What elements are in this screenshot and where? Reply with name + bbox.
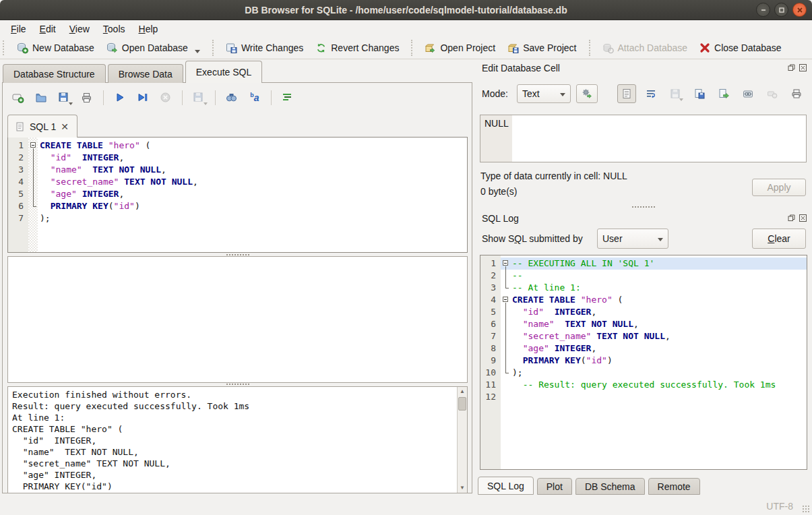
sql1-tab[interactable]: SQL 1 ✕ (7, 115, 77, 138)
code-line: 1-- EXECUTING ALL IN 'SQL 1' (480, 258, 807, 270)
sql-log-view[interactable]: 1-- EXECUTING ALL IN 'SQL 1'2--3-- At li… (480, 255, 807, 470)
menu-edit[interactable]: Edit (33, 22, 63, 36)
float-dock-icon[interactable] (787, 63, 795, 71)
format-sql-icon[interactable] (278, 88, 298, 107)
menu-view[interactable]: View (63, 22, 96, 36)
scroll-down-icon[interactable]: ▼ (458, 483, 467, 493)
print-cell-icon[interactable] (787, 84, 806, 103)
window-title: DB Browser for SQLite - /home/user/code/… (245, 5, 567, 16)
print-icon[interactable] (77, 88, 97, 107)
save-cell-icon[interactable] (666, 84, 685, 103)
maximize-icon[interactable] (774, 3, 788, 17)
save-sql-file-icon[interactable] (54, 88, 74, 107)
title-bar[interactable]: DB Browser for SQLite - /home/user/code/… (0, 0, 812, 20)
apply-mode-button[interactable] (576, 84, 598, 103)
dock-tab-sql-log[interactable]: SQL Log (478, 477, 534, 495)
code-line: 7); (8, 212, 467, 224)
filter-select-arrow-icon (658, 238, 663, 241)
sql-log-filter-select[interactable]: User (597, 229, 668, 249)
close-sql1-tab-icon[interactable]: ✕ (61, 121, 69, 132)
toolbar-separator (271, 90, 272, 105)
main-toolbar: New Database Open Database Write Changes… (0, 37, 812, 59)
execute-current-line-icon[interactable] (133, 88, 153, 107)
scroll-up-icon[interactable]: ▲ (458, 387, 467, 396)
find-icon[interactable] (222, 88, 242, 107)
new-database-button[interactable]: New Database (11, 40, 100, 57)
results-grid[interactable] (7, 256, 468, 383)
open-database-button[interactable]: Open Database (100, 40, 206, 57)
close-dock-icon[interactable] (799, 63, 807, 71)
save-cell-dropdown-icon (679, 98, 683, 101)
code-line: 3-- At line 1: (480, 282, 807, 294)
menu-file[interactable]: File (4, 22, 33, 36)
show-sql-label: Show SQL submitted by (482, 233, 583, 244)
scrollbar-thumb[interactable] (458, 397, 466, 411)
link-cell-icon[interactable] (739, 84, 757, 103)
code-line: 2-- (480, 270, 807, 282)
word-wrap-icon[interactable] (642, 84, 660, 103)
mode-select[interactable]: Text (517, 84, 571, 103)
close-database-button[interactable]: Close Database (693, 40, 788, 56)
revert-changes-button[interactable]: Revert Changes (309, 40, 405, 57)
dock-tab-plot[interactable]: Plot (537, 478, 572, 495)
open-sql-file-icon[interactable] (31, 88, 51, 107)
stop-icon[interactable] (156, 88, 176, 107)
find-replace-icon[interactable]: ba (245, 88, 265, 107)
dock-tab-db-schema[interactable]: DB Schema (575, 478, 645, 495)
text-mode-icon[interactable] (617, 84, 636, 103)
right-dock: Edit Database Cell Mode: Text (474, 59, 812, 494)
sql-log-dock-buttons (787, 214, 807, 222)
attach-database-button[interactable]: Attach Database (596, 40, 694, 57)
remove-cell-icon[interactable] (763, 84, 782, 103)
apply-button[interactable]: Apply (752, 179, 806, 196)
open-database-dropdown-icon[interactable] (195, 50, 200, 53)
revert-changes-icon (315, 42, 327, 54)
dock-splitter[interactable] (480, 205, 807, 209)
tab-execute-sql[interactable]: Execute SQL (185, 61, 263, 83)
close-dock-icon[interactable] (799, 214, 807, 222)
tab-database-structure[interactable]: Database Structure (3, 64, 106, 83)
execute-all-icon[interactable] (110, 88, 130, 107)
toolbar-drag-handle[interactable] (3, 40, 6, 55)
cell-type-label: Type of data currently in cell: NULL (480, 171, 627, 181)
save-results-icon[interactable] (189, 88, 209, 107)
encoding-indicator[interactable]: UTF-8 (766, 501, 793, 512)
open-project-button[interactable]: Open Project (418, 40, 501, 57)
sql-doc-tabbar: SQL 1 ✕ (7, 115, 77, 138)
menu-help[interactable]: Help (132, 22, 165, 36)
clear-button[interactable]: Clear (752, 229, 806, 249)
close-icon[interactable] (792, 3, 807, 17)
cell-editor-toolbar (617, 84, 806, 103)
cell-value-editor[interactable]: NULL (480, 115, 807, 162)
resize-grip[interactable] (802, 505, 810, 513)
export-cell-icon[interactable] (714, 84, 733, 103)
dock-tab-bar: SQL Log Plot DB Schema Remote (478, 477, 704, 495)
code-line: 8 "age" INTEGER, (480, 342, 807, 355)
new-sql-tab-icon[interactable] (8, 88, 28, 107)
sql-log-title: SQL Log (482, 213, 519, 224)
code-line: 12 (480, 391, 807, 403)
dock-tab-remote[interactable]: Remote (648, 478, 700, 495)
save-results-dropdown-icon[interactable] (204, 102, 208, 105)
minimize-icon[interactable] (756, 3, 770, 17)
toolbar-separator (103, 90, 104, 105)
save-project-button[interactable]: Save Project (501, 40, 582, 57)
save-sql-dropdown-icon[interactable] (69, 102, 73, 105)
code-line: 1CREATE TABLE "hero" ( (8, 140, 467, 152)
code-line: 2 "id" INTEGER, (8, 152, 467, 164)
write-changes-button[interactable]: Write Changes (220, 40, 309, 57)
code-line: 11 -- Result: query executed successfull… (480, 379, 807, 391)
edit-cell-dock-buttons (787, 63, 807, 71)
float-dock-icon[interactable] (787, 214, 795, 222)
tab-browse-data[interactable]: Browse Data (108, 64, 183, 83)
import-cell-icon[interactable] (690, 84, 709, 103)
sql-editor[interactable]: 1CREATE TABLE "hero" (2 "id" INTEGER,3 "… (7, 137, 468, 253)
attach-database-icon (602, 42, 614, 54)
messages-scrollbar[interactable]: ▲ ▼ (457, 387, 467, 493)
window-controls (756, 3, 807, 17)
status-bar: UTF-8 (0, 494, 812, 515)
menu-tools[interactable]: Tools (96, 22, 132, 36)
save-project-icon (507, 42, 519, 54)
messages-pane[interactable]: Execution finished without errors. Resul… (7, 386, 468, 493)
write-changes-icon (226, 42, 237, 54)
